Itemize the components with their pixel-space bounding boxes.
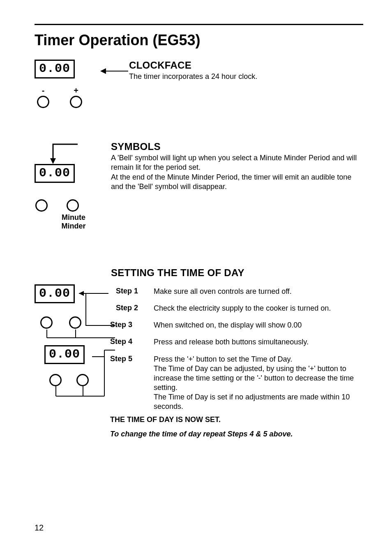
setting-display-a-value: 0.00 xyxy=(39,286,70,300)
setting-display-b: 0.00 xyxy=(44,345,85,364)
step-desc: Press and release both buttons simultane… xyxy=(154,337,363,347)
step-desc: Make sure all oven controls are turned o… xyxy=(154,287,363,296)
step-label: Step 5 xyxy=(110,355,154,363)
clockface-section: 0.00 - + CLOCKFACE The timer incorporate… xyxy=(35,60,363,108)
step-label: Step 4 xyxy=(110,337,154,346)
symbols-text-col: SYMBOLS A 'Bell' symbol will light up wh… xyxy=(100,141,363,192)
step-row: Step 5 Press the '+' button to set the T… xyxy=(110,355,363,411)
symbols-button-row xyxy=(35,199,100,212)
step-label: Step 1 xyxy=(116,287,154,295)
time-change-note: To change the time of day repeat Steps 4… xyxy=(110,430,363,438)
setting-button-a-right-icon xyxy=(69,316,81,329)
minus-button-col: - xyxy=(37,86,49,108)
setting-button-b-left-icon xyxy=(49,374,62,386)
plus-button-icon xyxy=(70,96,82,108)
clockface-display-value: 0.00 xyxy=(39,62,70,76)
step-row: Step 1 Make sure all oven controls are t… xyxy=(116,287,363,296)
setting-buttons-b xyxy=(49,374,111,386)
clockface-heading: CLOCKFACE xyxy=(129,60,363,71)
clockface-text-col: CLOCKFACE The timer incorporates a 24 ho… xyxy=(125,60,363,81)
setting-button-b-right-icon xyxy=(76,374,89,386)
setting-button-a-left-icon xyxy=(40,316,53,329)
time-set-confirm: THE TIME OF DAY IS NOW SET. xyxy=(110,415,363,424)
minus-button-icon xyxy=(37,96,49,108)
step-row: Step 3 When switched on, the display wil… xyxy=(110,321,363,330)
setting-time-heading: SETTING THE TIME OF DAY xyxy=(111,267,363,279)
symbols-figure: 0.00 Minute Minder xyxy=(35,141,100,230)
clockface-button-row: - + xyxy=(37,86,100,108)
setting-buttons-a xyxy=(40,316,111,329)
setting-time-section: SETTING THE TIME OF DAY xyxy=(35,267,363,444)
svg-marker-2 xyxy=(50,158,56,164)
symbols-button-right-icon xyxy=(67,199,79,212)
plus-label: + xyxy=(74,86,78,95)
page-number: 12 xyxy=(35,523,44,533)
symbols-heading: SYMBOLS xyxy=(111,141,363,152)
step-label: Step 3 xyxy=(110,321,154,329)
top-rule xyxy=(35,24,363,25)
setting-display-b-value: 0.00 xyxy=(49,347,80,361)
plus-button-col: + xyxy=(70,86,82,108)
setting-time-row: 0.00 0.00 Step 1 Make sure all oven cont… xyxy=(35,284,363,444)
svg-marker-4 xyxy=(79,291,84,296)
svg-marker-1 xyxy=(100,68,106,74)
step-desc: When switched on, the display will show … xyxy=(154,321,363,330)
symbols-display: 0.00 xyxy=(35,164,75,183)
setting-time-figure: 0.00 0.00 xyxy=(35,284,111,386)
symbols-text: A 'Bell' symbol will light up when you s… xyxy=(111,153,363,192)
step-label: Step 2 xyxy=(116,304,154,312)
minute-minder-label: Minute Minder xyxy=(47,213,100,230)
bell-arrow-icon xyxy=(39,143,84,165)
clockface-text: The timer incorporates a 24 hour clock. xyxy=(129,72,363,81)
step-row: Step 2 Check the electricity supply to t… xyxy=(116,304,363,313)
symbols-section: 0.00 Minute Minder SYMBOLS A 'Bell' symb… xyxy=(35,141,363,230)
step-desc: Press the '+' button to set the Time of … xyxy=(154,355,363,411)
step-row: Step 4 Press and release both buttons si… xyxy=(110,337,363,347)
steps-text-col: Step 1 Make sure all oven controls are t… xyxy=(111,284,363,444)
symbols-display-value: 0.00 xyxy=(39,166,70,180)
setting-display-a: 0.00 xyxy=(35,284,75,303)
page-title: Timer Operation (EG53) xyxy=(35,32,363,49)
step-desc: Check the electricity supply to the cook… xyxy=(154,304,363,313)
steps-list: Step 1 Make sure all oven controls are t… xyxy=(116,287,363,411)
clockface-display: 0.00 xyxy=(35,60,75,78)
symbols-button-left-icon xyxy=(35,199,48,212)
minus-label: - xyxy=(42,86,45,95)
clockface-figure: 0.00 - + xyxy=(35,60,100,108)
